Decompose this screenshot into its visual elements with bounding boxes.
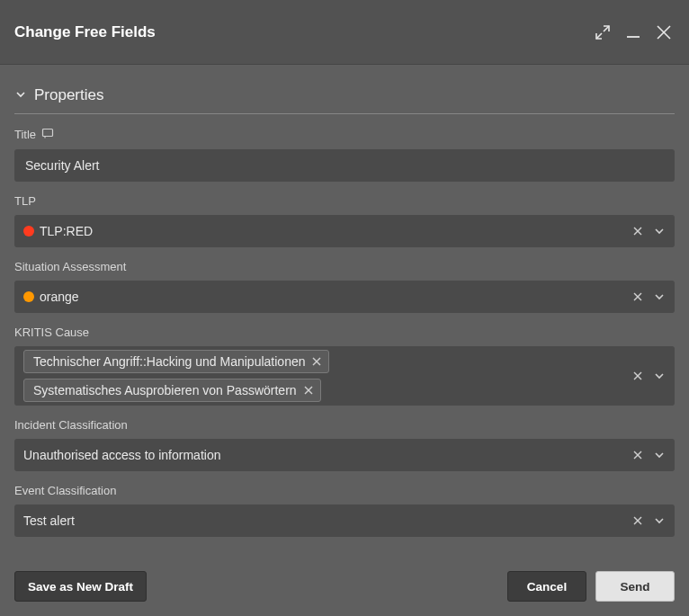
tlp-select[interactable]: TLP:RED [14, 215, 675, 247]
expand-icon[interactable] [592, 22, 613, 43]
chevron-down-icon[interactable] [649, 221, 669, 241]
field-label: TLP [14, 194, 36, 208]
situation-dot-icon [23, 291, 34, 302]
kritis-select[interactable]: Technischer Angriff::Hacking und Manipul… [14, 346, 675, 406]
field-label: Incident Classification [14, 418, 128, 432]
field-label: Title [14, 128, 36, 141]
dialog-header: Change Free Fields [0, 0, 689, 65]
situation-select[interactable]: orange [14, 281, 675, 313]
kritis-tag-label: Systematisches Ausprobieren von Passwört… [33, 383, 297, 397]
dialog-title: Change Free Fields [14, 23, 592, 41]
kritis-tag: Technischer Angriff::Hacking und Manipul… [23, 350, 329, 373]
cancel-button[interactable]: Cancel [507, 571, 586, 602]
clear-icon[interactable] [628, 511, 648, 531]
clear-icon[interactable] [628, 366, 648, 386]
clear-icon[interactable] [628, 445, 648, 465]
save-draft-button[interactable]: Save as New Draft [14, 571, 147, 602]
field-incident: Incident Classification Unauthorised acc… [14, 418, 675, 471]
dialog-body: Properties Title TLP [0, 65, 689, 557]
incident-value: Unauthorised access to information [23, 448, 220, 462]
remove-tag-icon[interactable] [310, 355, 323, 368]
clear-icon[interactable] [628, 221, 648, 241]
field-label: Situation Assessment [14, 260, 126, 273]
field-situation: Situation Assessment orange [14, 260, 675, 313]
dialog-footer: Save as New Draft Cancel Send [0, 557, 689, 616]
send-button[interactable]: Send [595, 571, 675, 602]
event-select[interactable]: Test alert [14, 504, 675, 537]
event-value: Test alert [23, 513, 75, 528]
chevron-down-icon[interactable] [649, 287, 669, 307]
chevron-down-icon [14, 88, 27, 103]
clear-icon[interactable] [628, 287, 648, 307]
remove-tag-icon[interactable] [302, 384, 315, 397]
section-title: Properties [34, 86, 103, 104]
dialog: Change Free Fields [0, 0, 689, 616]
header-icons [592, 22, 675, 43]
field-title: Title [14, 127, 675, 182]
svg-rect-3 [43, 129, 53, 137]
chevron-down-icon[interactable] [649, 445, 669, 465]
chevron-down-icon[interactable] [649, 366, 669, 386]
tlp-dot-icon [23, 226, 34, 237]
close-icon[interactable] [653, 22, 675, 43]
section-header[interactable]: Properties [14, 79, 675, 114]
field-label-row: Title [14, 127, 675, 142]
chevron-down-icon[interactable] [649, 511, 669, 531]
field-tlp: TLP TLP:RED [14, 194, 675, 247]
minimize-icon[interactable] [622, 22, 644, 43]
title-input[interactable] [14, 149, 675, 182]
field-label: Event Classification [14, 484, 116, 497]
field-event: Event Classification Test alert [14, 484, 675, 537]
situation-value: orange [40, 290, 79, 304]
kritis-tag-label: Technischer Angriff::Hacking und Manipul… [33, 354, 305, 369]
tlp-value: TLP:RED [40, 224, 93, 238]
incident-select[interactable]: Unauthorised access to information [14, 439, 675, 471]
kritis-tag: Systematisches Ausprobieren von Passwört… [23, 379, 321, 402]
translate-icon[interactable] [41, 127, 54, 142]
field-kritis: KRITIS Cause Technischer Angriff::Hackin… [14, 326, 675, 406]
field-label: KRITIS Cause [14, 326, 89, 339]
